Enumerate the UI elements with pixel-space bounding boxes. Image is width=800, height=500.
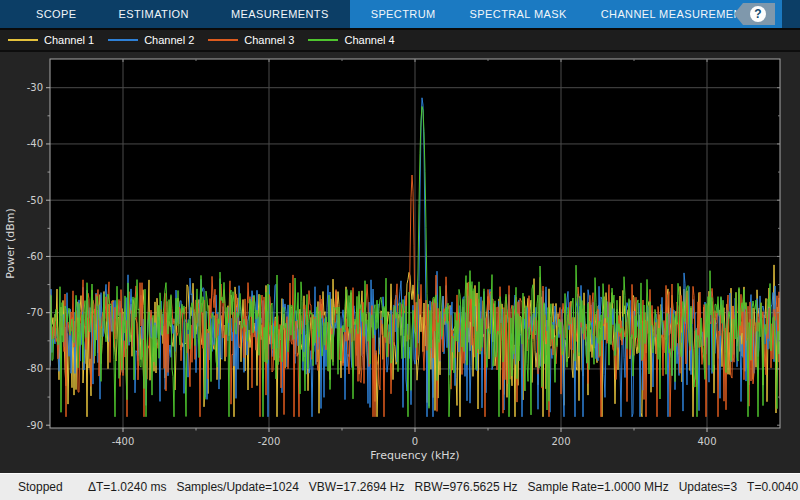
status-bar: Stopped ΔT=1.0240 ms Samples/Update=1024… xyxy=(0,473,800,500)
legend-label: Channel 3 xyxy=(244,34,294,46)
legend-label: Channel 1 xyxy=(44,34,94,46)
tab-scope[interactable]: SCOPE xyxy=(15,0,98,28)
status-state: Stopped xyxy=(18,480,88,494)
spectrum-plot-panel[interactable]: -400-2000200400-30-40-50-60-70-80-90Freq… xyxy=(0,52,800,473)
legend-line-swatch xyxy=(8,39,38,41)
legend-label: Channel 2 xyxy=(144,34,194,46)
status-rbw: RBW=976.5625 Hz xyxy=(415,480,518,494)
legend-label: Channel 4 xyxy=(344,34,394,46)
x-axis-label: Frequency (kHz) xyxy=(370,449,459,462)
status-sample-rate: Sample Rate=1.0000 MHz xyxy=(528,480,669,494)
spectrum-chart[interactable]: -400-2000200400-30-40-50-60-70-80-90Freq… xyxy=(0,52,800,473)
legend: Channel 1Channel 2Channel 3Channel 4 xyxy=(0,30,800,52)
y-tick-label: -40 xyxy=(27,138,43,149)
legend-item-channel-2[interactable]: Channel 2 xyxy=(108,34,194,46)
y-axis-label: Power (dBm) xyxy=(4,208,17,279)
x-tick-label: -200 xyxy=(258,436,281,447)
legend-item-channel-3[interactable]: Channel 3 xyxy=(208,34,294,46)
y-tick-label: -90 xyxy=(27,420,43,431)
help-icon: ? xyxy=(750,6,766,22)
status-time: T=0.0040 xyxy=(747,480,798,494)
tab-measurements[interactable]: MEASUREMENTS xyxy=(210,0,350,28)
y-tick-label: -30 xyxy=(27,82,43,93)
tab-spectral-mask[interactable]: SPECTRAL MASK xyxy=(453,0,584,28)
legend-line-swatch xyxy=(208,39,238,41)
status-samples-per-update: Samples/Update=1024 xyxy=(176,480,298,494)
x-tick-label: 400 xyxy=(697,436,716,447)
y-tick-label: -60 xyxy=(27,251,43,262)
legend-item-channel-1[interactable]: Channel 1 xyxy=(8,34,94,46)
status-vbw: VBW=17.2694 Hz xyxy=(309,480,405,494)
y-tick-label: -50 xyxy=(27,195,43,206)
tab-spectrum[interactable]: SPECTRUM xyxy=(354,0,453,28)
y-tick-label: -70 xyxy=(27,307,43,318)
status-updates: Updates=3 xyxy=(679,480,737,494)
spectrum-analyzer-window: SCOPE ESTIMATION MEASUREMENTS SPECTRUM S… xyxy=(0,0,800,500)
x-tick-label: 0 xyxy=(412,436,418,447)
y-tick-label: -80 xyxy=(27,363,43,374)
x-tick-label: 200 xyxy=(551,436,570,447)
x-tick-label: -400 xyxy=(112,436,135,447)
legend-line-swatch xyxy=(308,39,338,41)
status-delta-t: ΔT=1.0240 ms xyxy=(88,480,166,494)
active-tab-group: SPECTRUM SPECTRAL MASK CHANNEL MEASUREME… xyxy=(350,0,782,28)
toolstrip-tab-bar: SCOPE ESTIMATION MEASUREMENTS SPECTRUM S… xyxy=(0,0,800,28)
tab-estimation[interactable]: ESTIMATION xyxy=(98,0,210,28)
legend-item-channel-4[interactable]: Channel 4 xyxy=(308,34,394,46)
legend-line-swatch xyxy=(108,39,138,41)
